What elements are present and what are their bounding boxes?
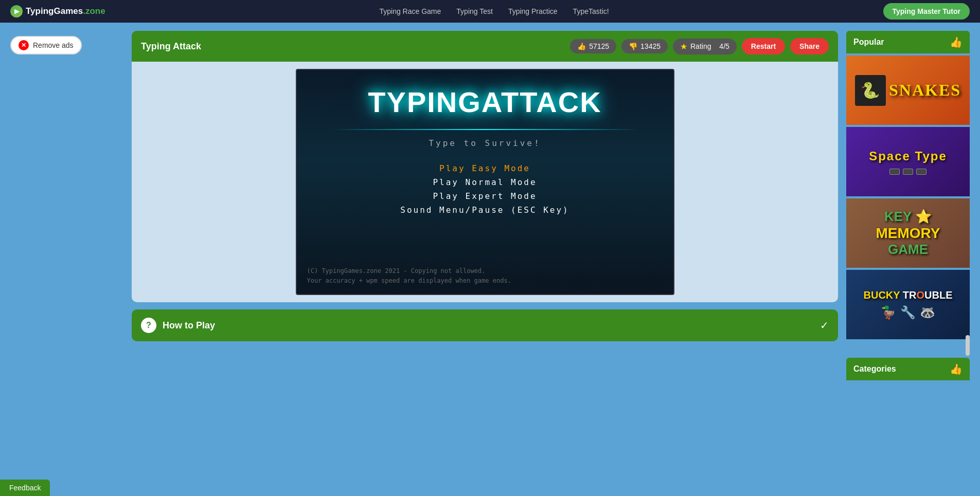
page-content: ✕ Remove ads Typing Attack 👍 57125 👎 134… [0, 23, 980, 389]
nav-link-practice[interactable]: Typing Practice [508, 7, 558, 15]
menu-item-sound[interactable]: Sound Menu/Pause (ESC Key) [400, 205, 569, 215]
how-to-play-header[interactable]: ? How to Play ✓ [132, 309, 838, 341]
game-thumb-snakes[interactable]: 🐍 SNAKES [846, 56, 970, 125]
game-frame-wrapper: TYPINGATTACK Type to Survive! Play Easy … [132, 62, 838, 302]
space-type-label: Space Type [869, 149, 947, 175]
how-to-play-card: ? How to Play ✓ [132, 309, 838, 341]
share-button[interactable]: Share [790, 38, 829, 54]
game-thumb-space-type[interactable]: Space Type [846, 127, 970, 196]
menu-item-normal[interactable]: Play Normal Mode [433, 177, 537, 187]
game-footer: (C) TypingGames.zone 2021 - Copying not … [307, 266, 511, 286]
right-sidebar: Popular 👍 🐍 SNAKES Space Type [846, 31, 970, 380]
logo-text: TypingGames.zone [26, 6, 105, 16]
game-screen[interactable]: TYPINGATTACK Type to Survive! Play Easy … [296, 69, 674, 295]
rating-group: 👍 57125 👎 13425 ★ Rating 4/5 Restart Sha… [570, 38, 829, 54]
menu-item-easy[interactable]: Play Easy Mode [439, 163, 530, 173]
nav-link-typetastic[interactable]: TypeTastic! [573, 7, 609, 15]
nav-link-test[interactable]: Typing Test [456, 7, 493, 15]
chevron-down-icon: ✓ [820, 319, 829, 332]
game-card: Typing Attack 👍 57125 👎 13425 ★ Rating 4… [132, 31, 838, 302]
dislike-button[interactable]: 👎 13425 [621, 39, 668, 53]
remove-ads-button[interactable]: ✕ Remove ads [10, 36, 82, 54]
navbar: ▶ TypingGames.zone Typing Race Game Typi… [0, 0, 980, 23]
game-logo: TYPINGATTACK [368, 85, 601, 119]
game-thumb-key-memory[interactable]: KEY ⭐ MEMORY GAME [846, 198, 970, 268]
thumbs-up-icon: 👍 [577, 42, 586, 50]
game-thumb-bucky-trouble[interactable]: BUCKY TROUBLE 🦆 🔧 🦝 [846, 270, 970, 339]
game-tagline: Type to Survive! [429, 138, 541, 148]
categories-section-title: Categories 👍 [846, 358, 970, 380]
popular-section-title: Popular 👍 [846, 31, 970, 53]
logo-icon: ▶ [10, 5, 23, 17]
game-title: Typing Attack [141, 41, 563, 52]
typing-master-tutor-button[interactable]: Typing Master Tutor [883, 3, 970, 20]
menu-item-expert[interactable]: Play Expert Mode [433, 191, 537, 201]
center-panel: Typing Attack 👍 57125 👎 13425 ★ Rating 4… [132, 31, 838, 380]
rating-badge: ★ Rating 4/5 [673, 39, 737, 54]
key-memory-label: KEY ⭐ MEMORY GAME [876, 209, 940, 258]
how-to-play-title: How to Play [163, 320, 814, 331]
star-icon: ★ [680, 42, 687, 51]
thumbs-up-icon: 👍 [950, 36, 963, 48]
bucky-label: BUCKY TROUBLE [864, 289, 953, 301]
restart-button[interactable]: Restart [742, 38, 785, 54]
game-card-header: Typing Attack 👍 57125 👎 13425 ★ Rating 4… [132, 31, 838, 62]
logo-divider [331, 129, 639, 130]
thumbs-down-icon: 👎 [629, 42, 637, 50]
feedback-button[interactable]: Feedback [0, 480, 50, 496]
nav-links: Typing Race Game Typing Test Typing Prac… [121, 7, 868, 15]
nav-link-race[interactable]: Typing Race Game [379, 7, 441, 15]
like-button[interactable]: 👍 57125 [570, 39, 616, 53]
close-icon: ✕ [19, 40, 29, 50]
thumbs-up-icon: 👍 [950, 363, 963, 375]
left-panel: ✕ Remove ads [10, 31, 123, 380]
scrollbar-thumb[interactable] [966, 335, 970, 356]
question-icon: ? [141, 318, 156, 333]
game-menu: Play Easy Mode Play Normal Mode Play Exp… [400, 163, 569, 215]
site-logo[interactable]: ▶ TypingGames.zone [10, 5, 105, 17]
